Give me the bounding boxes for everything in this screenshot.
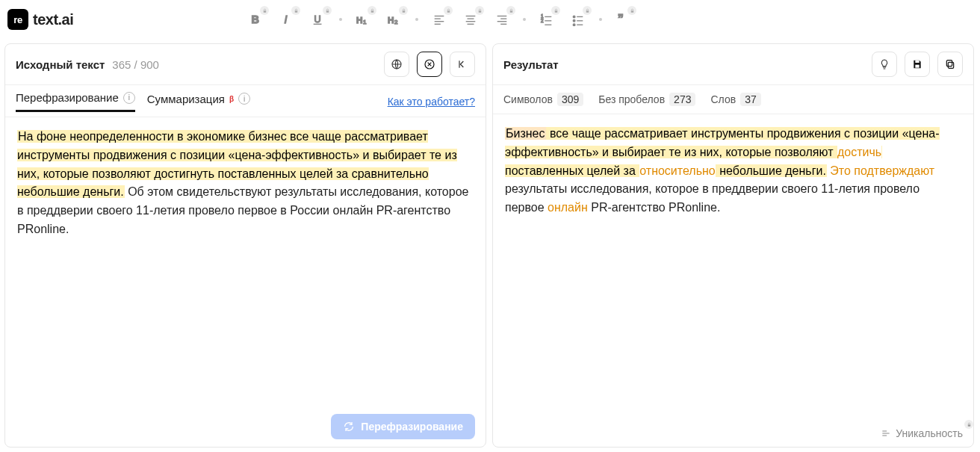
svg-rect-48 xyxy=(946,61,952,66)
align-center-icon[interactable] xyxy=(460,9,481,30)
svg-point-34 xyxy=(574,16,576,18)
beta-badge: β xyxy=(229,95,234,103)
svg-point-35 xyxy=(574,19,576,22)
stat-symbols: Символов309 xyxy=(503,93,583,106)
logo-text: text.ai xyxy=(33,11,73,28)
align-left-icon[interactable] xyxy=(429,9,450,30)
svg-rect-40 xyxy=(586,10,589,13)
lock-icon xyxy=(291,6,300,15)
lock-icon xyxy=(444,6,453,15)
lock-icon xyxy=(627,6,636,15)
lightbulb-icon xyxy=(878,58,890,70)
copy-button[interactable] xyxy=(937,52,963,77)
align-right-icon[interactable] xyxy=(491,9,512,30)
svg-rect-46 xyxy=(915,65,919,68)
svg-text:H: H xyxy=(388,15,394,25)
source-header: Исходный текст 365 / 900 xyxy=(5,44,486,85)
result-footer: Уникальность xyxy=(493,420,973,447)
result-text[interactable]: Бизнес все чаще рассматривает инструмент… xyxy=(493,114,973,420)
logo[interactable]: re text.ai xyxy=(7,9,73,30)
source-tabs: Перефразирование i Суммаризацияβ i Как э… xyxy=(5,85,486,117)
svg-text:”: ” xyxy=(618,13,624,25)
source-title: Исходный текст xyxy=(16,58,105,71)
info-icon[interactable]: i xyxy=(238,93,250,105)
lock-icon xyxy=(551,6,560,15)
x-circle-icon xyxy=(424,58,435,70)
lock-icon xyxy=(399,6,408,15)
lock-icon xyxy=(368,6,376,15)
italic-icon[interactable]: I xyxy=(276,9,297,30)
result-title: Результат xyxy=(503,58,559,71)
result-header: Результат xyxy=(493,44,973,85)
lock-icon xyxy=(323,6,332,15)
svg-text:1: 1 xyxy=(363,19,367,25)
globe-icon xyxy=(391,58,403,70)
svg-rect-42 xyxy=(631,10,634,13)
svg-rect-6 xyxy=(326,10,329,13)
source-count-sep: / xyxy=(131,58,140,71)
separator xyxy=(523,18,526,21)
svg-rect-45 xyxy=(915,61,919,63)
list-ul-icon[interactable] xyxy=(568,9,589,30)
collapse-button[interactable] xyxy=(450,52,475,77)
source-text[interactable]: На фоне неопределенности в экономике биз… xyxy=(5,117,486,406)
svg-point-36 xyxy=(574,24,576,26)
tab-paraphrase[interactable]: Перефразирование i xyxy=(16,91,135,112)
tab-summarize[interactable]: Суммаризацияβ i xyxy=(147,93,250,111)
uniqueness-button[interactable]: Уникальность xyxy=(881,427,963,439)
svg-rect-1 xyxy=(264,10,267,13)
clear-button[interactable] xyxy=(417,52,442,77)
how-it-works-link[interactable]: Как это работает? xyxy=(388,96,475,108)
language-button[interactable] xyxy=(384,52,409,77)
underline-icon[interactable]: U xyxy=(308,9,329,30)
paraphrase-button[interactable]: Перефразирование xyxy=(331,414,475,439)
svg-rect-49 xyxy=(967,424,970,427)
format-toolbar: BIUH1H212” xyxy=(245,9,633,30)
svg-rect-47 xyxy=(948,62,953,68)
refresh-icon xyxy=(343,421,355,433)
svg-rect-22 xyxy=(479,10,482,13)
lock-icon xyxy=(260,6,269,15)
info-icon[interactable]: i xyxy=(123,92,135,104)
source-count-max: 900 xyxy=(140,58,159,71)
quote-icon[interactable]: ” xyxy=(612,9,633,30)
idea-button[interactable] xyxy=(872,52,897,77)
result-segment: Бизнес xyxy=(505,127,546,140)
lock-icon xyxy=(506,6,515,15)
uniqueness-label: Уникальность xyxy=(896,427,963,439)
svg-rect-27 xyxy=(510,10,513,13)
result-segment: небольшие деньги. xyxy=(716,164,827,177)
result-segment: относительно xyxy=(639,164,715,177)
svg-text:H: H xyxy=(356,15,362,25)
svg-text:2: 2 xyxy=(541,18,544,23)
svg-rect-33 xyxy=(555,10,558,13)
save-icon xyxy=(911,58,923,70)
source-panel: Исходный текст 365 / 900 Перефразировани… xyxy=(4,43,486,448)
h1-icon[interactable]: H1 xyxy=(353,9,373,30)
svg-text:I: I xyxy=(285,13,288,25)
svg-rect-12 xyxy=(403,10,406,13)
list-ol-icon[interactable]: 12 xyxy=(536,9,557,30)
separator xyxy=(415,18,418,21)
result-segment: PR-агентство PRonline. xyxy=(588,201,721,214)
logo-mark: re xyxy=(7,9,28,30)
stat-words: Слов37 xyxy=(710,93,760,106)
paraphrase-button-label: Перефразирование xyxy=(361,421,463,433)
result-panel: Результат Символов309 Без пробелов273 Сл… xyxy=(492,43,974,448)
sliders-icon xyxy=(881,428,891,439)
source-count-cur: 365 xyxy=(112,58,131,71)
tab-summarize-label: Суммаризация xyxy=(147,93,225,105)
h2-icon[interactable]: H2 xyxy=(384,9,405,30)
result-segment: достичь xyxy=(837,146,881,158)
topbar: re text.ai BIUH1H212” xyxy=(0,0,980,39)
lock-icon xyxy=(964,420,973,429)
stat-nospace: Без пробелов273 xyxy=(598,93,695,106)
source-footer: Перефразирование xyxy=(5,406,486,447)
separator xyxy=(339,18,342,21)
separator xyxy=(599,18,602,21)
lock-icon xyxy=(583,6,592,15)
panels: Исходный текст 365 / 900 Перефразировани… xyxy=(0,39,980,452)
bold-icon[interactable]: B xyxy=(245,9,266,30)
save-button[interactable] xyxy=(905,52,930,77)
result-segment: онлайн xyxy=(548,201,588,214)
